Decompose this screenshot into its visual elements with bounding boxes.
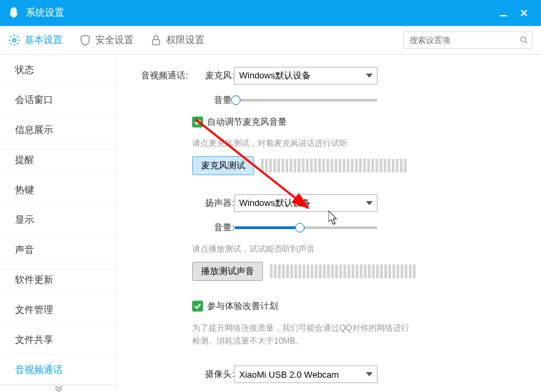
section-label: 音视频通话: [134,70,188,82]
speaker-volume-slider[interactable] [234,226,377,229]
sidebar-expand-button[interactable] [0,385,117,392]
speaker-label: 扬声器: [192,197,234,209]
svg-marker-8 [366,201,373,205]
chevron-down-icon [366,74,373,78]
sidebar-item-notifications[interactable]: 提醒 [0,145,117,175]
chevron-double-down-icon [53,385,64,392]
speaker-test-button[interactable]: 播放测试声音 [192,262,263,281]
svg-point-3 [13,38,16,42]
tab-label: 安全设置 [95,34,134,46]
svg-line-6 [525,41,527,43]
checkbox-checked-icon [192,117,203,127]
tab-security-settings[interactable]: 安全设置 [79,34,134,46]
svg-point-5 [521,37,525,42]
speaker-level-meter [270,265,416,278]
mic-volume-label: 音量: [192,94,234,106]
improvement-plan-hint: 为了提升网络连接质量，我们可能会通过QQ对你的网络进行检测。消耗流量不大于10M… [192,322,410,348]
microphone-select[interactable]: Windows默认设备 [234,67,377,85]
main-panel: 音视频通话: 麦克风: Windows默认设备 音量: 自动调节麦克风音量 [117,55,541,392]
search-input[interactable] [403,31,533,49]
tab-label: 基本设置 [25,34,63,46]
speaker-select-value: Windows默认设备 [239,197,311,209]
shield-icon [79,34,91,46]
sidebar-item-chat-window[interactable]: 会话窗口 [0,85,117,115]
tab-basic-settings[interactable]: 基本设置 [8,34,63,46]
sidebar-item-sound[interactable]: 声音 [0,235,117,265]
sidebar-item-hotkeys[interactable]: 热键 [0,175,117,205]
top-nav: 基本设置 安全设置 权限设置 [0,26,541,55]
chevron-down-icon [366,201,373,205]
speaker-select[interactable]: Windows默认设备 [234,194,377,212]
tab-label: 权限设置 [166,34,204,46]
sidebar-item-file-sharing[interactable]: 文件共享 [0,325,117,355]
auto-adjust-mic-label: 自动调节麦克风音量 [207,116,287,128]
sidebar: 状态 会话窗口 信息展示 提醒 热键 显示 声音 软件更新 文件管理 文件共享 … [0,55,117,392]
improvement-plan-checkbox[interactable]: 参与体验改善计划 [192,300,278,312]
svg-marker-9 [366,372,373,376]
content: 状态 会话窗口 信息展示 提醒 热键 显示 声音 软件更新 文件管理 文件共享 … [0,55,541,392]
sidebar-item-audio-video-call[interactable]: 音视频通话 [0,355,117,385]
minimize-button[interactable] [493,3,514,23]
mic-test-hint: 请点麦克风测试，对着麦克风说话进行试听 [192,138,525,149]
window-title: 系统设置 [26,7,493,19]
speaker-volume-label: 音量: [192,222,234,234]
titlebar: 系统设置 [0,0,541,26]
auto-adjust-mic-checkbox[interactable]: 自动调节麦克风音量 [192,116,287,128]
sidebar-item-display[interactable]: 显示 [0,205,117,235]
mic-volume-slider[interactable] [234,99,377,102]
mic-level-meter [261,159,407,172]
svg-marker-7 [366,74,373,78]
chevron-down-icon [366,372,373,376]
mic-test-button[interactable]: 麦克风测试 [192,156,254,175]
search-icon[interactable] [519,35,529,45]
search-wrap [403,31,533,49]
close-button[interactable] [514,3,534,23]
gear-icon [8,34,20,46]
camera-label: 摄像头: [192,368,234,380]
lock-icon [150,34,162,46]
camera-select-value: XiaoMi USB 2.0 Webcam [239,370,339,380]
microphone-select-value: Windows默认设备 [239,70,311,82]
sidebar-item-info-display[interactable]: 信息展示 [0,115,117,145]
app-logo-icon [7,6,20,20]
camera-select[interactable]: XiaoMi USB 2.0 Webcam [234,365,377,383]
improvement-plan-label: 参与体验改善计划 [207,300,278,312]
sidebar-item-status[interactable]: 状态 [0,55,117,85]
checkbox-checked-icon [192,301,203,312]
tab-permission-settings[interactable]: 权限设置 [150,34,204,46]
microphone-label: 麦克风: [192,70,234,82]
sidebar-item-file-management[interactable]: 文件管理 [0,295,117,325]
sidebar-item-software-update[interactable]: 软件更新 [0,265,117,295]
svg-rect-4 [153,40,160,45]
speaker-test-hint: 请点播放测试，试试能否听到声音 [192,243,525,255]
